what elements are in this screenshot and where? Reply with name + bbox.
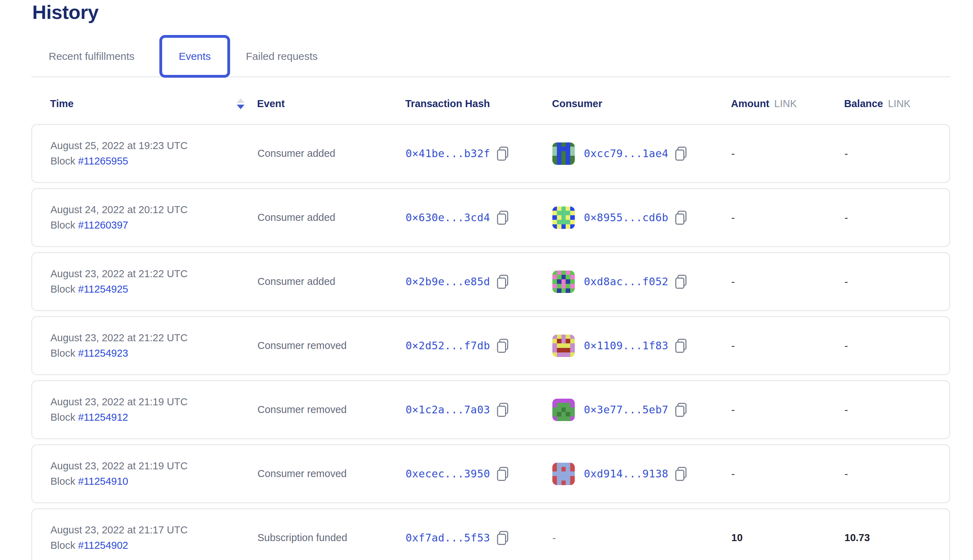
copy-icon[interactable]: [497, 531, 508, 545]
transaction-hash-link[interactable]: 0xf7ad...5f53: [406, 532, 490, 544]
event-type: Consumer removed: [257, 468, 347, 480]
amount-value: -: [731, 276, 735, 288]
balance-unit-label: LINK: [888, 98, 910, 110]
column-header-transaction-hash: Transaction Hash: [405, 98, 490, 110]
amount-value: -: [731, 404, 735, 416]
block-label: Block: [50, 220, 75, 231]
column-header-amount: Amount: [731, 98, 769, 110]
copy-icon[interactable]: [497, 467, 508, 481]
copy-icon[interactable]: [675, 403, 687, 417]
column-header-balance: Balance: [844, 98, 883, 110]
event-rows: August 25, 2022 at 19:23 UTC Block#11265…: [31, 124, 950, 560]
copy-icon[interactable]: [675, 147, 687, 161]
consumer-address-link[interactable]: 0xd8ac...f052: [584, 275, 668, 288]
consumer-avatar-identicon: [552, 142, 575, 165]
block-number-link[interactable]: #11260397: [78, 220, 128, 231]
event-time: August 23, 2022 at 21:17 UTC: [50, 524, 188, 536]
consumer-avatar-identicon: [552, 270, 575, 293]
block-label: Block: [50, 155, 75, 167]
block-label: Block: [50, 540, 75, 551]
balance-value: -: [844, 340, 848, 352]
table-row: August 23, 2022 at 21:19 UTC Block#11254…: [31, 444, 950, 503]
event-time: August 23, 2022 at 21:19 UTC: [50, 460, 188, 472]
consumer-address-link[interactable]: 0×8955...cd6b: [584, 212, 668, 223]
balance-value: 10.73: [844, 532, 870, 543]
amount-value: -: [731, 148, 735, 160]
block-number-link[interactable]: #11254912: [78, 412, 128, 423]
transaction-hash-link[interactable]: 0×630e...3cd4: [406, 212, 490, 223]
copy-icon[interactable]: [675, 339, 687, 353]
event-time: August 25, 2022 at 19:23 UTC: [50, 140, 188, 152]
block-label: Block: [50, 283, 75, 295]
tab-recent-fulfillments[interactable]: Recent fulfillments: [48, 35, 134, 78]
consumer-empty: -: [552, 532, 556, 544]
column-header-consumer: Consumer: [552, 98, 602, 110]
transaction-hash-link[interactable]: 0×41be...b32f: [406, 147, 490, 160]
event-time: August 23, 2022 at 21:22 UTC: [50, 268, 188, 280]
tab-bar: Recent fulfillments Events Failed reques…: [31, 35, 950, 78]
event-type: Subscription funded: [257, 532, 347, 543]
table-header: Time Event Transaction Hash Consumer Amo…: [32, 94, 950, 113]
consumer-avatar-identicon: [552, 207, 575, 229]
event-time: August 24, 2022 at 20:12 UTC: [50, 204, 188, 216]
consumer-address-link[interactable]: 0×3e77...5eb7: [584, 403, 668, 416]
balance-value: -: [844, 212, 848, 223]
event-type: Consumer added: [257, 148, 335, 159]
tab-failed-requests[interactable]: Failed requests: [246, 35, 318, 78]
block-number-link[interactable]: #11265955: [78, 155, 128, 167]
balance-value: -: [844, 276, 848, 288]
event-type: Consumer added: [257, 212, 335, 223]
table-row: August 23, 2022 at 21:17 UTC Block#11254…: [31, 508, 950, 560]
balance-value: -: [844, 468, 848, 480]
event-type: Consumer removed: [257, 404, 347, 415]
sort-descending-icon[interactable]: [237, 98, 244, 109]
table-row: August 23, 2022 at 21:19 UTC Block#11254…: [31, 380, 950, 439]
copy-icon[interactable]: [497, 339, 508, 353]
block-number-link[interactable]: #11254923: [78, 348, 128, 359]
balance-value: -: [844, 404, 848, 416]
amount-value: 10: [731, 532, 742, 543]
copy-icon[interactable]: [497, 211, 508, 225]
table-row: August 25, 2022 at 19:23 UTC Block#11265…: [31, 124, 950, 183]
block-number-link[interactable]: #11254902: [78, 540, 128, 551]
history-page: History Recent fulfillments Events Faile…: [0, 0, 973, 560]
consumer-address-link[interactable]: 0×1109...1f83: [584, 340, 668, 352]
block-label: Block: [50, 476, 75, 487]
page-title: History: [32, 1, 99, 23]
table-row: August 23, 2022 at 21:22 UTC Block#11254…: [31, 316, 950, 375]
table-row: August 23, 2022 at 21:22 UTC Block#11254…: [31, 252, 950, 311]
balance-value: -: [844, 148, 848, 160]
transaction-hash-link[interactable]: 0×1c2a...7a03: [406, 403, 490, 416]
copy-icon[interactable]: [675, 467, 687, 481]
transaction-hash-link[interactable]: 0×2b9e...e85d: [406, 275, 490, 288]
column-header-event: Event: [257, 98, 285, 110]
consumer-avatar-identicon: [552, 335, 575, 357]
block-number-link[interactable]: #11254925: [78, 283, 128, 295]
column-header-time[interactable]: Time: [50, 98, 74, 110]
copy-icon[interactable]: [497, 147, 508, 161]
block-label: Block: [50, 348, 75, 359]
block-number-link[interactable]: #11254910: [78, 476, 128, 487]
copy-icon[interactable]: [675, 211, 687, 225]
block-label: Block: [50, 412, 75, 423]
event-type: Consumer removed: [257, 340, 347, 352]
amount-value: -: [731, 468, 735, 480]
consumer-avatar-identicon: [552, 398, 575, 421]
transaction-hash-link[interactable]: 0xecec...3950: [406, 468, 490, 480]
transaction-hash-link[interactable]: 0×2d52...f7db: [406, 340, 490, 352]
consumer-address-link[interactable]: 0xcc79...1ae4: [584, 147, 668, 160]
event-time: August 23, 2022 at 21:19 UTC: [50, 396, 188, 408]
consumer-avatar-identicon: [552, 463, 575, 485]
tab-events[interactable]: Events: [159, 35, 230, 78]
copy-icon[interactable]: [497, 275, 508, 289]
event-type: Consumer added: [257, 276, 335, 287]
amount-value: -: [731, 212, 735, 223]
amount-unit-label: LINK: [774, 98, 797, 110]
copy-icon[interactable]: [497, 403, 508, 417]
copy-icon[interactable]: [675, 275, 687, 289]
amount-value: -: [731, 340, 735, 352]
table-row: August 24, 2022 at 20:12 UTC Block#11260…: [31, 188, 950, 247]
consumer-address-link[interactable]: 0xd914...9138: [584, 468, 668, 480]
event-time: August 23, 2022 at 21:22 UTC: [50, 332, 188, 344]
